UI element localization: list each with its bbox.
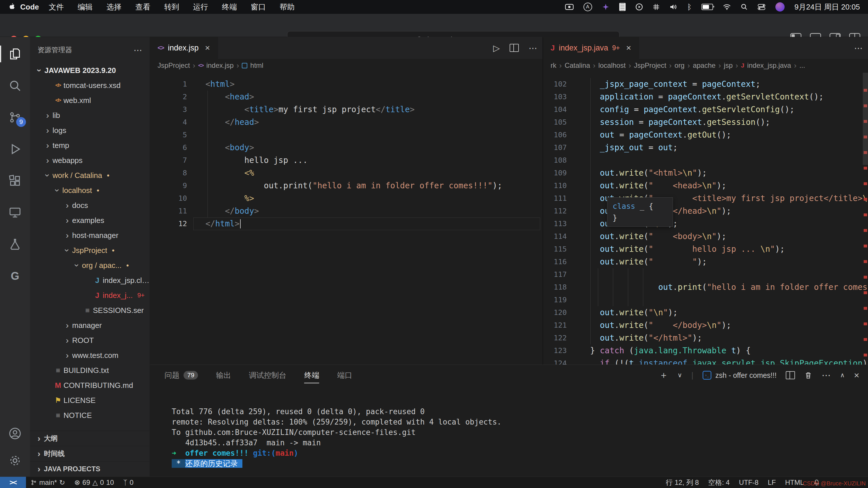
editor-more-actions-icon[interactable]: ⋯ (854, 43, 863, 53)
branch-indicator[interactable]: main* ↻ (26, 477, 69, 488)
tree-item[interactable]: ›examples (30, 213, 150, 228)
tree-item[interactable]: ›localhost● (30, 183, 150, 198)
app-menu-code[interactable]: Code (20, 3, 39, 11)
search-sidebar-icon[interactable] (0, 78, 30, 93)
battery-icon[interactable] (702, 4, 713, 10)
breadcrumb-item[interactable]: JspProject (634, 61, 666, 69)
terminal-tab-item[interactable]: ›_ zsh - offer comes!!! (703, 371, 777, 380)
wifi-icon[interactable] (723, 3, 731, 11)
section-outline[interactable]: › 大纲 (30, 431, 150, 446)
tree-item[interactable]: ≡BUILDING.txt (30, 363, 150, 378)
remote-explorer-icon[interactable] (0, 205, 30, 220)
translate-icon[interactable]: A (584, 3, 592, 11)
terminal-profile-dropdown-icon[interactable]: ∨ (678, 371, 682, 379)
editor-left-code[interactable]: 1<html>2 <head>3 <title>my first jsp pro… (150, 72, 542, 364)
tree-item[interactable]: ⚑LICENSE (30, 393, 150, 408)
play-icon[interactable] (636, 3, 643, 11)
account-icon[interactable] (0, 426, 30, 441)
panel-more-actions-icon[interactable]: ⋯ (822, 370, 831, 381)
menubar-clock[interactable]: 9月24日 周日 20:05 (795, 2, 860, 12)
breadcrumb-item[interactable]: index_jsp.java (747, 61, 791, 69)
split-editor-icon[interactable] (509, 44, 519, 52)
section-timeline[interactable]: › 时间线 (30, 446, 150, 461)
apple-menu-icon[interactable] (8, 3, 15, 11)
tree-root[interactable]: › JAVAWEB 2023.9.20 (30, 63, 150, 78)
more-actions-icon[interactable]: ⋯ (134, 45, 142, 55)
eol[interactable]: LF (763, 479, 781, 487)
remote-indicator-button[interactable]: >< (0, 477, 26, 488)
menu-item[interactable]: 查看 (128, 2, 157, 12)
run-file-button[interactable]: ▷ (493, 43, 500, 53)
terminal[interactable]: Total 776 (delta 259), reused 0 (delta 0… (172, 406, 862, 475)
indentation[interactable]: 空格: 4 (704, 478, 734, 487)
spotlight-search-icon[interactable] (741, 3, 748, 11)
close-tab-icon[interactable]: × (626, 43, 631, 53)
breadcrumb-item[interactable]: jsp (724, 61, 733, 69)
editor-right-code[interactable]: 102 _jspx_page_context = pageContext;103… (543, 72, 868, 364)
scrollbar-thumb[interactable] (863, 73, 868, 165)
extensions-icon[interactable] (0, 174, 30, 188)
encoding[interactable]: UTF-8 (734, 479, 763, 487)
panel-tab-端口[interactable]: 端口 (337, 365, 352, 386)
tree-item[interactable]: ≡NOTICE (30, 408, 150, 423)
maximize-panel-icon[interactable]: ∧ (840, 371, 845, 379)
breadcrumb-item[interactable]: apache (693, 61, 716, 69)
tree-item[interactable]: ›www.test.com (30, 348, 150, 363)
tree-item[interactable]: ›ROOT (30, 333, 150, 348)
breadcrumb-item[interactable]: rk (551, 61, 556, 69)
split-terminal-icon[interactable] (786, 371, 795, 379)
kill-terminal-icon[interactable] (804, 371, 812, 380)
panel-tab-输出[interactable]: 输出 (216, 365, 231, 386)
breadcrumb-item[interactable]: ... (799, 61, 805, 69)
menu-item[interactable]: 选择 (99, 2, 128, 12)
close-panel-icon[interactable]: × (854, 370, 859, 381)
breadcrumb-item[interactable]: html (250, 61, 263, 69)
tree-item[interactable]: ›org / apac...● (30, 258, 150, 273)
tree-item[interactable]: ›webapps (30, 153, 150, 168)
ports-indicator[interactable]: ᛉ0 (119, 477, 138, 488)
panel-tab-问题[interactable]: 问题79 (164, 365, 198, 386)
breadcrumb-item[interactable]: org (675, 61, 685, 69)
tree-item[interactable]: Jindex_jsp.class (30, 273, 150, 288)
tree-item[interactable]: ≡SESSIONS.ser (30, 303, 150, 318)
tree-item[interactable]: ›lib (30, 108, 150, 123)
menu-item[interactable]: 窗口 (244, 2, 273, 12)
user-avatar[interactable] (775, 2, 785, 11)
star-app-icon[interactable] (602, 3, 610, 11)
notes-app-icon[interactable] (619, 3, 626, 11)
breadcrumb-item[interactable]: localhost (598, 61, 626, 69)
cursor-position[interactable]: 行 12, 列 8 (661, 478, 704, 487)
tab-index-jsp[interactable]: <> index.jsp × (150, 37, 218, 59)
close-tab-icon[interactable]: × (205, 43, 210, 53)
tree-item[interactable]: Jindex_j...9+ (30, 288, 150, 303)
panel-tab-终端[interactable]: 终端 (304, 365, 319, 386)
control-center-icon[interactable] (757, 3, 766, 11)
breadcrumb-item[interactable]: JspProject (158, 61, 190, 69)
section-java-projects[interactable]: › JAVA PROJECTS (30, 461, 150, 477)
tree-item[interactable]: </>web.xml (30, 93, 150, 108)
testing-icon[interactable] (0, 237, 30, 252)
menu-item[interactable]: 终端 (215, 2, 244, 12)
tree-item[interactable]: ›docs (30, 198, 150, 213)
tree-item[interactable]: ›JspProject● (30, 243, 150, 258)
tree-item[interactable]: ›logs (30, 123, 150, 138)
tab-index-jsp-java[interactable]: J index_jsp.java 9+ × (543, 37, 639, 59)
tree-item[interactable]: </>tomcat-users.xsd (30, 78, 150, 93)
tree-item[interactable]: ›temp (30, 138, 150, 153)
tree-item[interactable]: ›host-manager (30, 228, 150, 243)
new-terminal-button[interactable]: ＋ (659, 369, 668, 382)
problems-indicator[interactable]: ⊗69 △0 10 (69, 477, 118, 488)
tree-item[interactable]: ›work / Catalina● (30, 168, 150, 183)
panel-tab-调试控制台[interactable]: 调试控制台 (249, 365, 286, 386)
screen-record-icon[interactable] (565, 3, 574, 11)
tiles-app-icon[interactable] (653, 3, 660, 11)
run-debug-icon[interactable] (0, 142, 30, 156)
menu-item[interactable]: 文件 (42, 2, 71, 12)
menu-item[interactable]: 编辑 (71, 2, 99, 12)
tree-item[interactable]: ›manager (30, 318, 150, 333)
menu-item[interactable]: 转到 (157, 2, 186, 12)
explorer-icon[interactable] (0, 47, 30, 61)
gitlens-icon[interactable]: G (0, 269, 30, 283)
bluetooth-icon[interactable]: ᛒ (687, 3, 692, 11)
settings-gear-icon[interactable] (0, 453, 30, 468)
